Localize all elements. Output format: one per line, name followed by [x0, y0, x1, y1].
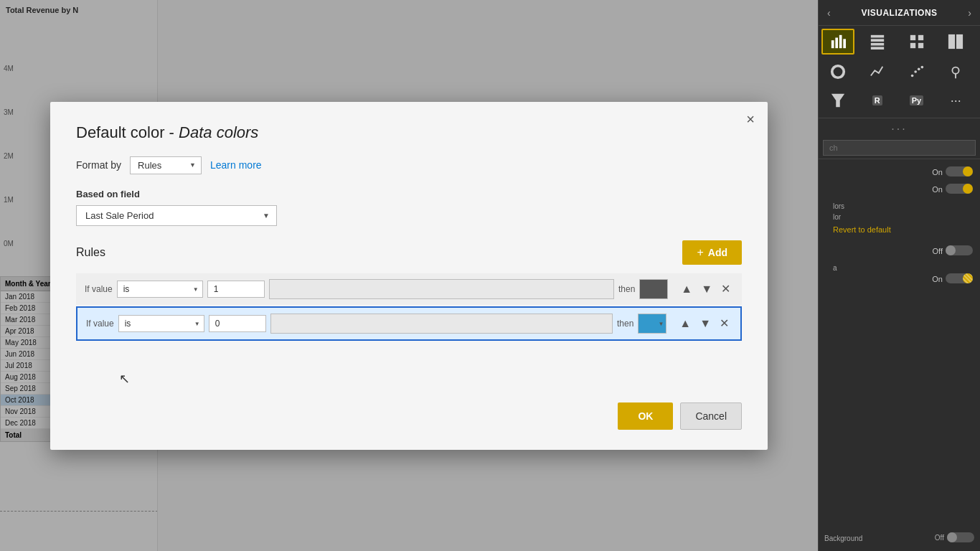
- revert-row: Revert to default: [826, 222, 973, 237]
- scatter-icon-cell[interactable]: [900, 59, 933, 85]
- search-input[interactable]: [829, 143, 969, 152]
- modal-dialog: × Default color - Data colors Format by …: [50, 102, 768, 450]
- toggle2-on-label: On: [932, 185, 943, 194]
- close-button[interactable]: ×: [746, 112, 755, 126]
- bar-chart-icon: [830, 34, 846, 50]
- off-toggle-container: Off: [933, 245, 973, 257]
- r-icon-cell[interactable]: R: [861, 88, 894, 113]
- rule2-condition-wrapper[interactable]: is: [118, 315, 204, 332]
- rule1-condition-wrapper[interactable]: is: [117, 281, 203, 298]
- rule2-delete-button[interactable]: ✕: [717, 316, 732, 331]
- separator2: [819, 159, 980, 159]
- card-icon: [948, 34, 963, 50]
- svg-marker-20: [831, 94, 844, 107]
- rule1-condition-select[interactable]: is: [117, 281, 203, 298]
- map-icon-cell[interactable]: [939, 59, 972, 85]
- toggle1-container: On: [932, 166, 973, 178]
- rule2-color-picker[interactable]: ▼: [638, 314, 666, 334]
- rule1-move-up-button[interactable]: ▲: [678, 282, 695, 296]
- right-panel: ‹ VISUALIZATIONS ›: [818, 0, 980, 551]
- bar-chart-icon-cell[interactable]: [821, 29, 854, 55]
- scatter-icon: [909, 64, 925, 80]
- toggle3-container: On: [932, 273, 973, 285]
- donut-icon-cell[interactable]: [821, 59, 854, 85]
- card-icon-cell[interactable]: [939, 29, 972, 55]
- cancel-button[interactable]: Cancel: [680, 402, 742, 430]
- expand-right-icon[interactable]: ›: [965, 7, 974, 19]
- toggle1[interactable]: [946, 166, 973, 178]
- ellipsis-icon: ···: [951, 93, 961, 108]
- add-rule-button[interactable]: + Add: [682, 240, 742, 265]
- format-select[interactable]: Rules: [130, 156, 202, 174]
- modal-overlay: × Default color - Data colors Format by …: [0, 0, 818, 551]
- rule2-value-input[interactable]: [209, 315, 266, 332]
- rule1-value-input[interactable]: [207, 281, 265, 298]
- off-toggle[interactable]: [946, 245, 973, 257]
- matrix-icon-cell[interactable]: [900, 29, 933, 55]
- funnel-icon-cell[interactable]: [821, 88, 854, 113]
- rule1-actions: ▲ ▼ ✕: [678, 282, 733, 296]
- line-chart-icon: [870, 64, 885, 80]
- svg-rect-0: [831, 40, 834, 48]
- svg-rect-11: [918, 43, 923, 48]
- rule2-move-up-button[interactable]: ▲: [677, 316, 694, 331]
- toggle1-on-label: On: [932, 168, 943, 176]
- off-toggle-thumb: [946, 245, 956, 255]
- ok-button[interactable]: OK: [618, 402, 673, 430]
- revert-button[interactable]: Revert to default: [826, 222, 898, 237]
- line-icon-cell[interactable]: [861, 59, 894, 85]
- rules-label: Rules: [76, 246, 105, 259]
- donut-icon: [830, 64, 846, 80]
- format-row: Format by Rules Learn more: [76, 156, 742, 174]
- field-select-wrapper[interactable]: Last Sale Period: [76, 205, 277, 226]
- matrix-icon: [909, 34, 925, 50]
- panel-section: On On lors lor: [819, 162, 980, 295]
- rule1-delete-button[interactable]: ✕: [718, 282, 733, 296]
- svg-rect-8: [910, 35, 915, 40]
- rule2-move-down-button[interactable]: ▼: [697, 316, 714, 331]
- svg-point-16: [914, 70, 917, 73]
- viz-header: ‹ VISUALIZATIONS ›: [819, 0, 980, 26]
- toggle3-track: [946, 273, 973, 283]
- svg-rect-7: [871, 47, 884, 50]
- toggle2[interactable]: [946, 184, 973, 195]
- rules-header: Rules + Add: [76, 240, 742, 265]
- svg-rect-3: [843, 39, 846, 48]
- py-icon-cell[interactable]: Py: [900, 88, 933, 113]
- off-toggle-track: [946, 245, 973, 255]
- rule2-condition-select[interactable]: is: [118, 315, 204, 332]
- off-toggle-row: Off: [826, 245, 973, 257]
- toggle3[interactable]: [946, 273, 973, 285]
- field-select[interactable]: Last Sale Period: [76, 205, 277, 226]
- rule2-color-box: [638, 314, 666, 334]
- search-bar[interactable]: [823, 140, 976, 156]
- svg-rect-12: [948, 34, 955, 49]
- dots-separator: ···: [819, 121, 980, 137]
- viz-title: VISUALIZATIONS: [861, 8, 937, 18]
- svg-rect-5: [871, 39, 884, 42]
- map-icon: [948, 64, 963, 80]
- toggle-row-2: On: [826, 184, 973, 195]
- rule1-move-down-button[interactable]: ▼: [698, 282, 715, 296]
- collapse-left-icon[interactable]: ‹: [824, 7, 834, 19]
- plus-icon: +: [697, 246, 703, 259]
- viz-icon-row2: [819, 57, 980, 86]
- viz-icon-grid: [819, 26, 980, 57]
- format-select-wrapper[interactable]: Rules: [130, 156, 202, 174]
- svg-rect-4: [871, 35, 884, 38]
- colors-label: lors: [826, 201, 973, 212]
- r-icon: R: [872, 95, 882, 105]
- svg-point-14: [832, 66, 844, 78]
- rule1-color-picker[interactable]: ▼: [639, 279, 668, 299]
- toggle3-stripe: [963, 273, 973, 283]
- learn-more-link[interactable]: Learn more: [210, 159, 262, 171]
- color-label: lor: [826, 212, 973, 222]
- table-icon-cell[interactable]: [861, 29, 894, 55]
- rule2-actions: ▲ ▼ ✕: [677, 316, 732, 331]
- svg-point-15: [910, 75, 913, 77]
- more-icon-cell[interactable]: ···: [939, 88, 972, 113]
- add-label: Add: [708, 247, 727, 258]
- toggle1-thumb: [963, 166, 973, 176]
- funnel-icon: [830, 93, 846, 108]
- format-by-label: Format by: [76, 159, 121, 171]
